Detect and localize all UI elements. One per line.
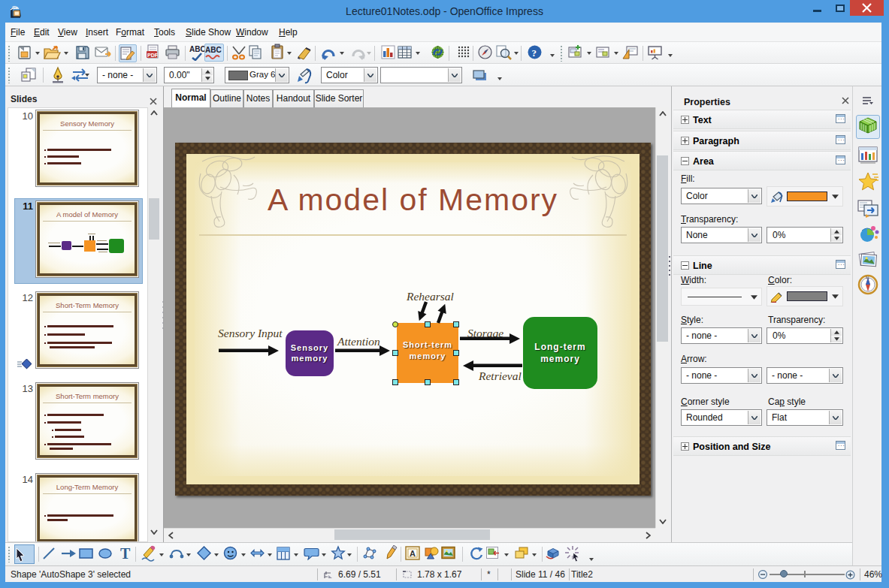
- svg-text:PDF: PDF: [147, 53, 159, 58]
- svg-text:ABC: ABC: [189, 45, 206, 53]
- svg-text:ABC: ABC: [205, 46, 222, 54]
- svg-text:N: N: [866, 276, 869, 280]
- svg-text:?: ?: [532, 47, 537, 59]
- svg-text:T: T: [120, 545, 131, 562]
- svg-text:A: A: [410, 549, 416, 558]
